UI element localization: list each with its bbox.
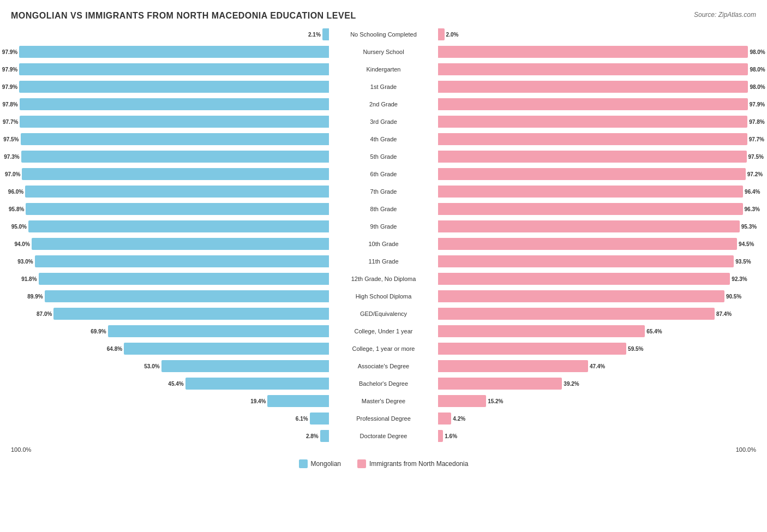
bar-row: 91.8%12th Grade, No Diploma92.3% [11, 271, 756, 287]
bar-left-container: 95.8% [11, 201, 329, 217]
bar-right-container: 59.5% [438, 340, 756, 357]
bar-right-container: 15.2% [438, 393, 756, 409]
bar-pink: 59.5% [438, 343, 626, 355]
bar-left-value: 93.0% [17, 259, 33, 265]
bottom-right-label: 100.0% [736, 446, 756, 453]
bar-blue: 97.7% [20, 116, 329, 128]
bar-blue: 89.9% [45, 290, 329, 302]
bar-left-container: 19.4% [11, 393, 329, 409]
bar-left-container: 6.1% [11, 410, 329, 427]
bar-blue: 97.9% [19, 63, 329, 75]
bar-pink: 93.5% [438, 255, 734, 267]
bar-label: Doctorate Degree [329, 432, 438, 440]
bar-right-value: 97.5% [748, 154, 764, 160]
bar-pink: 96.3% [438, 203, 743, 215]
bar-right-value: 97.8% [749, 119, 764, 125]
bar-left-value: 94.0% [14, 241, 29, 247]
bar-right-value: 4.2% [453, 416, 465, 422]
bar-label: Associate's Degree [329, 362, 438, 370]
bar-blue: 97.8% [20, 98, 329, 110]
bar-blue: 93.0% [35, 255, 329, 267]
bar-pink: 47.4% [438, 360, 588, 372]
bar-right-container: 65.4% [438, 323, 756, 339]
bar-left-container: 94.0% [11, 236, 329, 252]
bar-row: 97.9%1st Grade98.0% [11, 79, 756, 95]
bar-pink: 96.4% [438, 186, 743, 198]
bar-right-value: 65.4% [646, 328, 662, 334]
bar-label: GED/Equivalency [329, 309, 438, 318]
bar-left-value: 91.8% [21, 276, 37, 282]
bar-pink: 39.2% [438, 378, 562, 390]
bar-right-container: 95.3% [438, 218, 756, 235]
bar-left-container: 69.9% [11, 323, 329, 339]
bar-pink: 94.5% [438, 238, 737, 250]
bar-right-container: 98.0% [438, 61, 756, 77]
bar-left-value: 97.8% [2, 101, 17, 107]
bar-left-value: 97.9% [2, 67, 17, 73]
bar-blue: 97.9% [19, 81, 329, 93]
bar-label: 8th Grade [329, 205, 438, 213]
bar-right-value: 96.3% [745, 206, 760, 212]
bar-label: College, 1 year or more [329, 344, 438, 353]
bar-pink: 2.0% [438, 28, 445, 40]
bar-label: 2nd Grade [329, 100, 438, 109]
bar-pink: 1.6% [438, 430, 443, 442]
bar-left-value: 97.5% [3, 136, 19, 142]
bar-left-container: 97.0% [11, 166, 329, 182]
bar-blue: 87.0% [53, 308, 329, 320]
bar-left-value: 97.3% [4, 154, 19, 160]
bar-right-value: 92.3% [732, 276, 747, 282]
bar-right-value: 97.9% [750, 101, 765, 107]
bar-pink: 92.3% [438, 273, 730, 285]
bar-blue: 2.8% [320, 430, 329, 442]
bar-row: 69.9%College, Under 1 year65.4% [11, 323, 756, 339]
bar-right-container: 1.6% [438, 428, 756, 444]
bar-left-container: 2.1% [11, 26, 329, 43]
bar-left-value: 69.9% [91, 328, 106, 334]
bar-blue: 95.0% [28, 220, 329, 232]
bar-left-value: 97.7% [3, 119, 18, 125]
bar-left-value: 95.8% [9, 206, 24, 212]
bar-left-container: 97.8% [11, 96, 329, 112]
bar-right-value: 98.0% [750, 67, 765, 73]
bar-blue: 64.8% [124, 343, 329, 355]
bar-label: High School Diploma [329, 292, 438, 301]
bar-left-value: 2.1% [308, 32, 321, 38]
bottom-left-label: 100.0% [11, 446, 31, 453]
bar-blue: 6.1% [310, 413, 329, 425]
bar-label: 11th Grade [329, 257, 438, 266]
bar-pink: 90.5% [438, 290, 724, 302]
bar-right-container: 93.5% [438, 253, 756, 270]
bar-pink: 97.7% [438, 133, 747, 145]
bar-right-container: 92.3% [438, 271, 756, 287]
bar-left-value: 6.1% [296, 416, 308, 422]
bar-left-container: 91.8% [11, 271, 329, 287]
bar-right-container: 98.0% [438, 44, 756, 60]
bar-left-value: 53.0% [144, 363, 159, 369]
bar-right-value: 39.2% [564, 381, 579, 387]
bar-right-value: 97.2% [747, 171, 763, 177]
bar-left-container: 97.9% [11, 61, 329, 77]
bar-left-container: 97.9% [11, 79, 329, 95]
bar-left-value: 95.0% [11, 224, 27, 230]
bar-left-container: 2.8% [11, 428, 329, 444]
bar-pink: 65.4% [438, 325, 645, 337]
bar-left-container: 97.3% [11, 148, 329, 165]
bar-row: 95.8%8th Grade96.3% [11, 201, 756, 217]
bar-row: 97.3%5th Grade97.5% [11, 148, 756, 165]
bar-row: 97.8%2nd Grade97.9% [11, 96, 756, 112]
bar-label: Kindergarten [329, 65, 438, 74]
bar-left-value: 97.0% [5, 171, 20, 177]
bar-right-container: 90.5% [438, 288, 756, 304]
chart-area: 2.1%No Schooling Completed2.0%97.9%Nurse… [11, 26, 756, 444]
bar-right-value: 2.0% [446, 32, 459, 38]
bar-right-value: 47.4% [590, 363, 605, 369]
bar-blue: 97.3% [21, 151, 329, 163]
bar-right-value: 97.7% [749, 136, 764, 142]
bar-left-container: 96.0% [11, 183, 329, 200]
bar-blue: 97.5% [21, 133, 329, 145]
bar-right-value: 95.3% [741, 224, 757, 230]
bar-blue: 19.4% [267, 395, 329, 407]
bar-left-value: 87.0% [37, 311, 52, 317]
bar-pink: 98.0% [438, 81, 748, 93]
